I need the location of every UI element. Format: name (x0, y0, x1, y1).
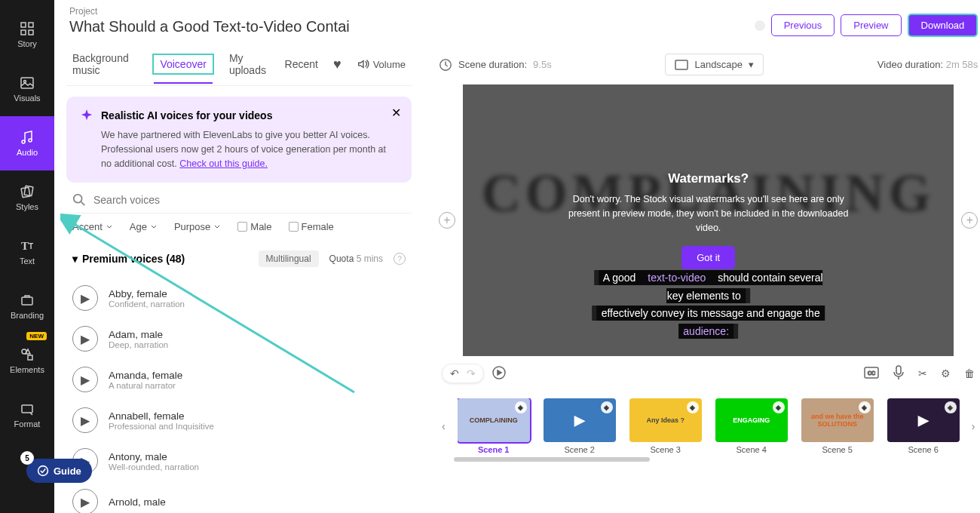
scenes-next[interactable]: › (969, 420, 978, 432)
scene-duration-label: Scene duration: (458, 59, 527, 70)
sidebar-label: Format (14, 419, 41, 429)
svg-point-15 (74, 195, 82, 203)
play-icon[interactable]: ▶ (72, 285, 98, 311)
sidebar-label: Story (17, 39, 37, 48)
caption: A good text-to-video should contain seve… (586, 269, 831, 341)
voice-name: Amanda, female (109, 370, 182, 381)
previous-button[interactable]: Previous (771, 14, 835, 36)
undo-button[interactable]: ↶ (450, 367, 459, 379)
guide-button[interactable]: 5 Guide (26, 459, 92, 483)
scene-item[interactable]: COMPLAINING◈Scene 1 (458, 398, 530, 454)
layers-icon[interactable]: ◈ (687, 401, 699, 413)
scene-item[interactable]: ▶◈Scene 2 (544, 398, 616, 454)
sidebar-label: Visuals (14, 94, 40, 103)
layers-icon[interactable]: ◈ (515, 401, 527, 413)
filter-purpose[interactable]: Purpose (174, 221, 221, 232)
filter-accent[interactable]: Accent (72, 221, 113, 232)
page-title: What Should a Good Text-to-Video Contai (69, 18, 350, 35)
ai-voices-banner: ✕ Realistic AI voices for your videos We… (66, 97, 412, 183)
add-scene-after[interactable]: + (961, 212, 978, 229)
delete-button[interactable]: 🗑 (964, 367, 975, 379)
banner-title: Realistic AI voices for your videos (101, 109, 272, 121)
cc-button[interactable]: CC (864, 367, 879, 381)
text-icon: TT (20, 238, 35, 253)
voice-name: Annabell, female (109, 410, 214, 422)
preview-button[interactable]: Preview (841, 14, 901, 36)
sidebar-item-branding[interactable]: Branding (0, 279, 54, 333)
scene-label: Scene 2 (564, 445, 594, 454)
sidebar-item-visuals[interactable]: Visuals (0, 62, 54, 116)
redo-button[interactable]: ↷ (467, 367, 476, 379)
sidebar-item-styles[interactable]: Styles (0, 170, 54, 225)
checkbox-female[interactable]: Female (289, 221, 334, 232)
scene-item[interactable]: ▶◈Scene 6 (887, 398, 960, 454)
image-icon (20, 75, 35, 91)
voice-item[interactable]: ▶Antony, maleWell-rounded, narration (66, 441, 412, 481)
voice-item[interactable]: ▶Annabell, femaleProfessional and Inquis… (66, 400, 412, 441)
filter-age[interactable]: Age (130, 221, 158, 232)
sidebar-item-elements[interactable]: NEW Elements (0, 333, 54, 388)
download-button[interactable]: Download (908, 14, 978, 37)
search-icon (72, 193, 86, 207)
briefcase-icon (20, 293, 35, 308)
orientation-dropdown[interactable]: Landscape ▾ (665, 54, 764, 75)
add-scene-before[interactable]: + (439, 212, 455, 229)
svg-rect-17 (675, 60, 688, 69)
settings-button[interactable]: ⚙ (941, 367, 951, 379)
new-badge: NEW (26, 332, 47, 340)
chevron-down-icon (106, 223, 113, 231)
help-icon[interactable]: ? (394, 253, 406, 265)
favorites-icon[interactable]: ♥ (333, 57, 341, 72)
tab-uploads[interactable]: My uploads (229, 52, 270, 76)
chevron-down-icon (213, 223, 221, 231)
layers-icon[interactable]: ◈ (773, 401, 785, 413)
sidebar-item-text[interactable]: TT Text (0, 225, 54, 279)
play-icon[interactable]: ▶ (72, 407, 98, 433)
overlay-title: Watermarks? (565, 171, 852, 186)
banner-link[interactable]: Check out this guide. (179, 158, 268, 169)
play-button[interactable] (492, 365, 507, 382)
video-duration-value: 2m 58s (946, 59, 978, 70)
svg-rect-1 (29, 23, 33, 27)
cards-icon (20, 184, 35, 199)
svg-rect-0 (21, 23, 26, 27)
close-icon[interactable]: ✕ (391, 106, 401, 120)
multilingual-badge: Multilingual (259, 250, 319, 267)
got-it-button[interactable]: Got it (681, 246, 735, 269)
tab-bg-music[interactable]: Background music (72, 52, 137, 76)
voices-section-toggle[interactable]: ▾ Premium voices (48) (72, 253, 185, 265)
cut-button[interactable]: ✂ (918, 367, 927, 379)
voice-name: Abby, female (109, 288, 185, 300)
checkbox-male[interactable]: Male (237, 221, 271, 232)
layers-icon[interactable]: ◈ (859, 401, 871, 413)
mic-button[interactable] (893, 365, 905, 382)
svg-text:CC: CC (868, 370, 875, 376)
sidebar-item-story[interactable]: Story (0, 8, 54, 62)
scene-item[interactable]: ENGAGING◈Scene 4 (715, 398, 788, 454)
play-icon[interactable]: ▶ (72, 367, 98, 392)
layers-icon[interactable]: ◈ (945, 401, 957, 413)
play-icon[interactable]: ▶ (72, 489, 98, 513)
voice-item[interactable]: ▶Adam, maleDeep, narration (66, 318, 412, 359)
svg-rect-4 (21, 78, 33, 88)
sidebar-label: Text (20, 256, 35, 266)
tab-voiceover[interactable]: Voiceover (152, 54, 213, 75)
scenes-prev[interactable]: ‹ (439, 420, 449, 432)
volume-control[interactable]: Volume (357, 57, 406, 71)
preview-panel: Scene duration: 9.5s Landscape ▾ Video d… (424, 43, 980, 513)
layers-icon[interactable]: ◈ (601, 401, 613, 413)
scene-item[interactable]: and we have the SOLUTIONS◈Scene 5 (801, 398, 874, 454)
voice-item[interactable]: ▶Arnold, male (66, 481, 412, 513)
scene-label: Scene 1 (478, 445, 510, 454)
voice-item[interactable]: ▶Amanda, femaleA natural narrator (66, 359, 412, 400)
tab-recent[interactable]: Recent (285, 58, 318, 70)
sidebar-item-format[interactable]: Format (0, 388, 54, 442)
svg-point-14 (38, 466, 48, 476)
play-icon[interactable]: ▶ (72, 326, 98, 352)
search-input[interactable] (93, 194, 406, 206)
scene-label: Scene 3 (650, 445, 680, 454)
scenes-scrollbar[interactable] (454, 457, 650, 462)
scene-item[interactable]: Any Ideas ?◈Scene 3 (629, 398, 702, 454)
sidebar-item-audio[interactable]: Audio (0, 116, 54, 170)
voice-item[interactable]: ▶Abby, femaleConfident, narration (66, 278, 412, 318)
